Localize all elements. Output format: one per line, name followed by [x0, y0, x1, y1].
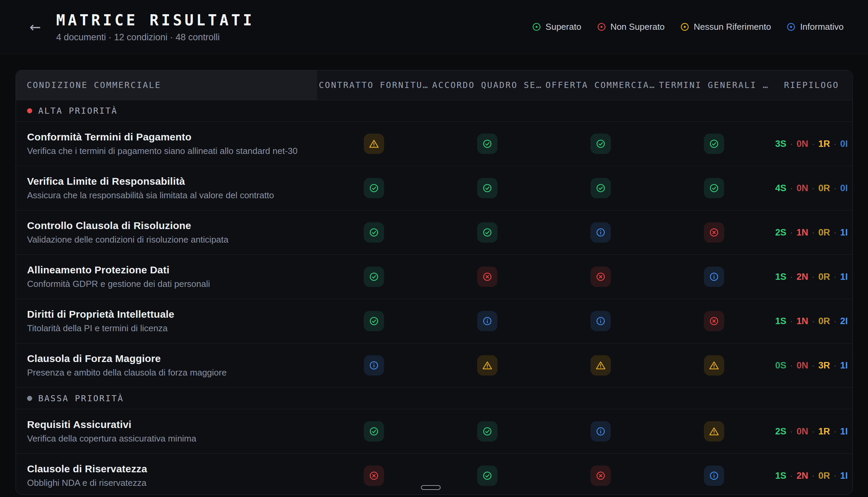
circle-dot-icon — [532, 22, 541, 31]
result-chip-pass[interactable] — [364, 267, 384, 287]
circle-dot-icon — [786, 22, 796, 31]
result-chip-info[interactable] — [590, 311, 611, 331]
result-chip-noref[interactable] — [704, 355, 724, 375]
result-chip-pass[interactable] — [477, 421, 497, 441]
result-chip-pass[interactable] — [477, 466, 497, 486]
result-chip-noref[interactable] — [590, 355, 611, 375]
summary-stat: 0R — [818, 471, 830, 481]
back-button[interactable]: ← — [26, 18, 45, 37]
x-circle-icon — [482, 271, 493, 282]
page-title: MATRICE RISULTATI — [56, 12, 255, 29]
summary-stat: 4S — [775, 183, 786, 194]
result-chip-pass[interactable] — [704, 178, 724, 198]
result-chip-pass[interactable] — [477, 178, 497, 198]
summary-stat: 0N — [797, 139, 809, 149]
result-chip-pass[interactable] — [590, 134, 611, 154]
condition-title: Verifica Limite di Responsabilità — [27, 175, 310, 187]
legend-label: Non Superato — [611, 22, 665, 32]
condition-description: Verifica che i termini di pagamento sian… — [27, 146, 310, 156]
section-header-row: BASSA PRIORITÀ — [16, 388, 852, 409]
table-row[interactable]: Verifica Limite di Responsabilità Assicu… — [16, 166, 852, 210]
result-chip-pass[interactable] — [364, 311, 384, 331]
condition-title: Requisiti Assicurativi — [27, 419, 310, 430]
condition-description: Assicura che la responsabilità sia limit… — [27, 190, 310, 201]
summary-separator: · — [812, 361, 814, 370]
section-label: ALTA PRIORITÀ — [38, 106, 118, 116]
result-cell — [430, 255, 544, 299]
summary-stat: 3R — [818, 360, 830, 371]
legend-item-informativo: Informativo — [786, 22, 844, 32]
summary-separator: · — [812, 471, 814, 480]
column-header-3[interactable]: OFFERTA COMMERCIA… — [544, 70, 657, 100]
result-chip-pass[interactable] — [364, 421, 384, 441]
result-chip-info[interactable] — [704, 466, 724, 486]
check-circle-icon — [369, 227, 379, 238]
result-chip-info[interactable] — [477, 311, 497, 331]
result-cell — [544, 299, 657, 343]
condition-description: Validazione delle condizioni di risoluzi… — [27, 235, 310, 245]
result-cell — [657, 343, 770, 387]
table-row[interactable]: Diritti di Proprietà Intellettuale Titol… — [16, 299, 852, 343]
result-chip-noref[interactable] — [704, 421, 724, 441]
info-circle-icon — [709, 271, 720, 282]
result-cell — [657, 409, 770, 453]
check-circle-icon — [482, 183, 493, 194]
column-header-4[interactable]: TERMINI GENERALI … — [657, 70, 770, 100]
result-cell — [430, 299, 544, 343]
horizontal-scrollbar-thumb[interactable] — [421, 485, 441, 490]
result-chip-info[interactable] — [364, 355, 384, 375]
table-row[interactable]: Conformità Termini di Pagamento Verifica… — [16, 122, 852, 166]
table-row[interactable]: Requisiti Assicurativi Verifica della co… — [16, 409, 852, 454]
result-cell — [430, 122, 544, 166]
result-chip-pass[interactable] — [364, 178, 384, 198]
column-header-1[interactable]: CONTRATTO FORNITU… — [317, 70, 430, 100]
condition-cell: Clausola di Forza Maggiore Presenza e am… — [16, 343, 317, 387]
summary-separator: · — [812, 316, 814, 326]
column-header-5[interactable]: RIEPILOGO — [770, 70, 852, 100]
result-chip-info[interactable] — [590, 421, 611, 441]
result-chip-pass[interactable] — [590, 178, 611, 198]
summary-stat: 2I — [840, 316, 848, 326]
result-cell — [657, 299, 770, 343]
result-cell — [430, 210, 544, 254]
table-row[interactable]: Allineamento Protezione Dati Conformità … — [16, 255, 852, 299]
result-cell — [657, 454, 770, 495]
result-chip-info[interactable] — [590, 222, 611, 243]
table-row[interactable]: Clausola di Forza Maggiore Presenza e am… — [16, 343, 852, 388]
summary-separator: · — [812, 139, 814, 148]
result-chip-noref[interactable] — [364, 134, 384, 154]
result-cell — [317, 299, 430, 343]
summary-stat: 0N — [797, 426, 809, 437]
result-chip-fail[interactable] — [704, 222, 724, 243]
result-chip-fail[interactable] — [364, 466, 384, 486]
result-chip-fail[interactable] — [477, 267, 497, 287]
result-chip-fail[interactable] — [590, 466, 611, 486]
table-row[interactable]: Controllo Clausola di Risoluzione Valida… — [16, 210, 852, 255]
condition-title: Controllo Clausola di Risoluzione — [27, 220, 310, 231]
result-chip-pass[interactable] — [477, 222, 497, 243]
result-chip-pass[interactable] — [704, 134, 724, 154]
summary-stat: 0R — [818, 227, 830, 238]
summary-stat: 1S — [775, 471, 786, 481]
check-circle-icon — [482, 470, 493, 481]
result-chip-fail[interactable] — [590, 267, 611, 287]
summary-stat: 3S — [775, 139, 786, 149]
summary-separator: · — [790, 183, 793, 193]
condition-cell: Allineamento Protezione Dati Conformità … — [16, 255, 317, 299]
result-chip-noref[interactable] — [477, 355, 497, 375]
result-cell — [544, 409, 657, 453]
result-cell — [544, 255, 657, 299]
result-chip-pass[interactable] — [477, 134, 497, 154]
result-cell — [544, 210, 657, 254]
circle-dot-icon — [597, 22, 606, 31]
summary-stat: 1I — [840, 426, 848, 437]
result-chip-info[interactable] — [704, 267, 724, 287]
x-circle-icon — [369, 470, 379, 481]
warning-triangle-icon — [709, 426, 720, 437]
info-circle-icon — [369, 360, 379, 371]
column-header-2[interactable]: ACCORDO QUADRO SE… — [430, 70, 544, 100]
result-chip-pass[interactable] — [364, 222, 384, 243]
summary-cell: 1S·2N·0R·1I — [770, 454, 852, 495]
result-chip-fail[interactable] — [704, 311, 724, 331]
check-circle-icon — [595, 183, 606, 194]
